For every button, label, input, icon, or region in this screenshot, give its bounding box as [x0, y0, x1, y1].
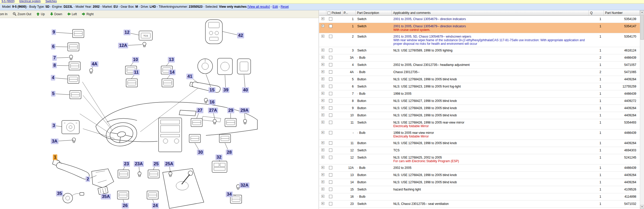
diagram-callout-5[interactable]: 5 [51, 91, 55, 97]
diagram-callout-4[interactable]: 4 [51, 75, 55, 81]
column-header-quantity[interactable]: Q [589, 10, 604, 15]
diagram-callout-8[interactable]: 8 [52, 63, 57, 68]
expand-button[interactable]: + [321, 49, 324, 51]
select-all-checkbox[interactable] [328, 11, 330, 15]
diagram-callout-23[interactable]: 23 [123, 161, 130, 167]
up-button[interactable]: Up [36, 12, 45, 16]
table-row[interactable]: +6SwitchNLS: USE 12768423, 1998 to 2005 … [319, 83, 640, 90]
diagram-callout-41[interactable]: 41 [187, 74, 193, 79]
diagram-callout-3A[interactable]: 3A [51, 138, 58, 144]
picked-checkbox[interactable] [329, 114, 332, 117]
diagram-callout-42[interactable]: 42 [237, 33, 244, 38]
picked-checkbox[interactable] [329, 188, 332, 191]
table-row[interactable]: +12A· Bulb2002 to 200514466439 [319, 164, 640, 172]
expand-button[interactable]: + [321, 195, 324, 198]
table-row[interactable]: +9ButtonNLS: USE 12768428, 1998 to 2005 … [319, 105, 640, 112]
breadcrumb-link-1[interactable]: 9-5 (9600) [2, 0, 15, 3]
picked-checkbox[interactable] [329, 121, 332, 124]
diagram-callout-12[interactable]: 12 [124, 30, 131, 35]
expand-button[interactable]: + [321, 166, 324, 169]
diagram-callout-10[interactable]: 10 [132, 57, 139, 63]
table-row[interactable]: +14ButtonNLS: USE 12768428, 1998 to 2005… [319, 179, 640, 186]
table-row[interactable]: +1Switch2001 to 2005, Chassi 13054679-- … [319, 16, 640, 23]
breadcrumb-link-2[interactable]: Electrical system [19, 0, 41, 3]
diagram-callout-6[interactable]: 6 [51, 44, 55, 49]
right-button[interactable]: Right [82, 12, 94, 16]
view-all-results-link[interactable]: [View all results] [248, 5, 270, 8]
table-row[interactable]: +11ButtonNLS: USE 12768428, 1998 to 2005… [319, 140, 640, 147]
diagram-callout-16[interactable]: 16 [209, 99, 216, 105]
expand-button[interactable]: + [321, 99, 324, 102]
diagram-callout-28[interactable]: 28 [226, 150, 233, 155]
picked-checkbox[interactable] [329, 131, 332, 134]
expand-button[interactable]: + [321, 202, 324, 205]
edit-link[interactable]: Edit [273, 5, 278, 8]
scroll-up-button[interactable]: ▲ [640, 10, 644, 14]
picked-checkbox[interactable] [329, 173, 332, 177]
table-row[interactable]: +23A· BulbChassi 23012735--15471065 [319, 208, 640, 209]
diagram-callout-26[interactable]: 26 [122, 203, 129, 208]
expand-button[interactable]: + [321, 56, 324, 59]
picked-checkbox[interactable] [329, 49, 332, 52]
diagram-callout-4A[interactable]: 4A [91, 61, 98, 67]
expand-button[interactable]: + [321, 35, 324, 38]
zoom-in-button[interactable]: Zoom In [0, 12, 7, 16]
picked-checkbox[interactable] [329, 180, 332, 184]
picked-checkbox[interactable] [329, 77, 332, 81]
table-row[interactable]: +1Switch2001 to 2005, Chassi 13054679-- … [319, 23, 640, 33]
expand-button[interactable]: + [321, 131, 324, 134]
diagram-callout-7[interactable]: 7 [52, 55, 57, 61]
scroll-thumb[interactable] [640, 15, 644, 40]
table-row[interactable]: +10ButtonNLS: USE 12768428, 1998 to 2005… [319, 112, 640, 119]
expand-button[interactable]: + [321, 106, 324, 109]
picked-checkbox[interactable] [329, 99, 332, 102]
picked-checkbox[interactable] [329, 63, 332, 66]
expand-button[interactable]: + [321, 77, 324, 80]
expand-button[interactable]: + [321, 17, 324, 20]
table-row[interactable]: +8ButtonNLS: USE 12768427, 1998 to 2005 … [319, 98, 640, 105]
expand-button[interactable]: + [321, 70, 324, 73]
expand-button[interactable]: + [321, 149, 324, 151]
left-button[interactable]: Left [67, 12, 77, 16]
expand-button[interactable]: + [321, 114, 324, 116]
table-row[interactable]: +12SwitchTCS14694303 [319, 147, 640, 154]
expand-button[interactable]: + [321, 180, 324, 183]
expand-button[interactable]: + [321, 188, 324, 190]
table-row[interactable]: +5ButtonNLS: USE 12768428, 1998 to 2005 … [319, 76, 640, 83]
diagram-callout-12A[interactable]: 12A [118, 43, 128, 48]
diagram-callout-9[interactable]: 9 [52, 29, 56, 35]
picked-checkbox[interactable] [329, 24, 332, 28]
picked-checkbox[interactable] [329, 141, 332, 145]
picked-checkbox[interactable] [329, 195, 332, 198]
diagram-callout-27A[interactable]: 27A [208, 108, 218, 113]
picked-checkbox[interactable] [329, 166, 332, 169]
table-row[interactable]: +4Switch2002 to 2005, Chassi 23012735-- … [319, 62, 640, 69]
table-row[interactable]: +13ButtonNLS: USE 12768428, 1998 to 2005… [319, 172, 640, 179]
picked-checkbox[interactable] [329, 56, 332, 59]
column-header-part-number[interactable]: Part Number [604, 10, 640, 15]
picked-checkbox[interactable] [329, 92, 332, 95]
diagram-callout-24[interactable]: 24 [152, 203, 159, 208]
expand-button[interactable]: + [321, 92, 324, 95]
column-header-applicability[interactable]: Applicability and comments [392, 10, 589, 15]
table-row[interactable]: +4A· BulbChassi 23012735--25471065 [319, 69, 640, 76]
picked-checkbox[interactable] [329, 17, 332, 21]
reset-link[interactable]: Reset [281, 5, 289, 8]
diagram-callout-30[interactable]: 30 [197, 150, 204, 155]
table-row[interactable]: +23SwitchNLS, Chassi 23012735-- seat ven… [319, 201, 640, 208]
expand-button[interactable]: + [321, 173, 324, 176]
table-row[interactable]: +11SwitchNLS: USE 12768426, 1998 to 2005… [319, 119, 640, 129]
table-row[interactable]: +12SwitchNLS: USE 12768425, 2002 to 2005… [319, 154, 640, 164]
table-row[interactable]: +-· Bulb1998 to 2005 rear-view mirrorEle… [319, 129, 640, 140]
expand-button[interactable]: + [321, 141, 324, 144]
diagram-callout-32A[interactable]: 32A [239, 182, 249, 188]
picked-checkbox[interactable] [329, 106, 332, 110]
diagram-callout-29[interactable]: 29 [227, 108, 234, 113]
expand-button[interactable]: + [321, 63, 324, 66]
diagram-callout-25[interactable]: 25 [153, 161, 160, 167]
table-row[interactable]: +16· Bulb14114898 [319, 193, 640, 201]
table-row[interactable]: +3SwitchNLS: USE 12760589, 1998 to 2005 … [319, 47, 640, 54]
zoom-out-button[interactable]: Zoom Out [13, 12, 31, 16]
down-button[interactable]: Down [50, 12, 62, 16]
table-row[interactable]: +2Switch2001 to 2005, 5D, Chassi 1305467… [319, 33, 640, 47]
